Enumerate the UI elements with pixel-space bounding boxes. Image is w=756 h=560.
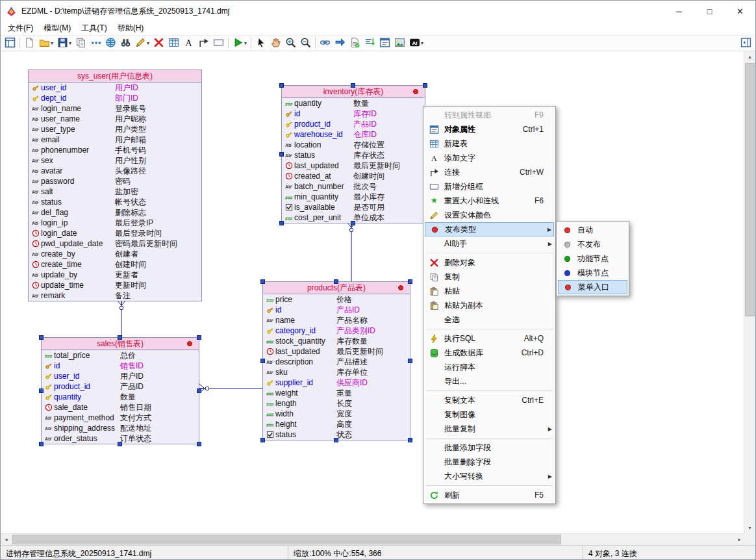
menu-item-1[interactable]: 对象属性Ctrl+1 xyxy=(425,122,554,136)
table-products[interactable]: products(产品表)###price价格id产品IDAbcname产品名称… xyxy=(262,281,410,440)
dropdown-arrow-icon[interactable]: ▾ xyxy=(147,40,149,46)
menubar-item-3[interactable]: 帮助(H) xyxy=(112,21,149,35)
field-row-user_name[interactable]: Abcuser_name用户昵称 xyxy=(29,114,201,124)
toolbar-find-button[interactable] xyxy=(118,36,133,51)
connection-sales-products[interactable] xyxy=(199,384,262,393)
toolbar-entity-color-button[interactable]: ▾ xyxy=(133,36,151,51)
field-row-shipping_address[interactable]: Abcshipping_address配送地址 xyxy=(42,423,199,433)
field-row-update_by[interactable]: Abcupdate_by更新者 xyxy=(29,270,201,280)
field-row-pwd_update_date[interactable]: pwd_update_date密码最后更新时间 xyxy=(29,238,201,249)
toolbar-export-button[interactable] xyxy=(333,36,347,51)
field-row-total_price[interactable]: ###total_price总价 xyxy=(42,350,199,361)
toolbar-copy-button[interactable] xyxy=(73,36,88,51)
field-row-quantity[interactable]: quantity数量 xyxy=(42,392,199,402)
field-row-status[interactable]: Abcstatus帐号状态 xyxy=(29,197,201,207)
menu-item-2[interactable]: 功能节点 xyxy=(558,251,627,266)
menu-item-4[interactable]: 菜单入口 xyxy=(558,280,627,294)
toolbar-model-browser-button[interactable] xyxy=(103,36,118,51)
field-row-product_id[interactable]: product_id产品ID xyxy=(282,119,425,129)
field-row-remark[interactable]: Abcremark备注 xyxy=(29,290,201,301)
selection-handle[interactable] xyxy=(39,388,44,393)
field-row-last_updated[interactable]: last_updated最后更新时间 xyxy=(282,160,425,171)
field-row-width[interactable]: ###width宽度 xyxy=(263,409,410,419)
menu-item-2[interactable]: 新建表 xyxy=(425,136,554,151)
toolbar-script-button[interactable] xyxy=(347,36,362,51)
maximize-button[interactable]: □ xyxy=(694,1,725,21)
field-row-avatar[interactable]: Abcavatar头像路径 xyxy=(29,166,201,176)
field-row-status[interactable]: Abcstatus库存状态 xyxy=(282,150,425,160)
menu-item-9[interactable]: AI助手▶ xyxy=(425,236,554,251)
field-row-dept_id[interactable]: dept_id部门ID xyxy=(29,93,201,103)
menu-item-3[interactable]: 模块节点 xyxy=(558,266,627,280)
field-row-sex[interactable]: Abcsex用户性别 xyxy=(29,155,201,166)
vertical-scroll-thumb[interactable] xyxy=(745,63,755,316)
field-row-payment_method[interactable]: Abcpayment_method支付方式 xyxy=(42,413,199,423)
minimize-button[interactable]: ─ xyxy=(664,1,694,21)
field-row-login_ip[interactable]: Abclogin_ip最后登录IP xyxy=(29,218,201,228)
selection-handle[interactable] xyxy=(197,335,201,340)
toolbar-select-cursor-button[interactable] xyxy=(253,36,268,51)
toolbar-open-file-button[interactable]: ▾ xyxy=(37,36,55,51)
field-row-category_id[interactable]: category_id产品类别ID xyxy=(263,325,410,336)
menu-item-17[interactable]: 执行SQLAlt+Q xyxy=(425,331,554,346)
menu-item-6[interactable]: 重置大小和连线F6 xyxy=(425,194,554,208)
horizontal-scroll-thumb[interactable] xyxy=(12,535,561,544)
menu-item-23[interactable]: 复制图像 xyxy=(425,407,554,422)
toolbar-save-file-button[interactable]: ▾ xyxy=(55,36,73,51)
menu-item-26[interactable]: 批量添加字段 xyxy=(425,440,554,455)
toolbar-link-view-button[interactable] xyxy=(318,36,333,51)
menu-item-15[interactable]: 全选 xyxy=(425,312,554,327)
field-row-salt[interactable]: Abcsalt盐加密 xyxy=(29,186,201,197)
menu-item-22[interactable]: 复制文本Ctrl+E xyxy=(425,393,554,407)
field-row-length[interactable]: ###length长度 xyxy=(263,398,410,409)
field-row-email[interactable]: Abcemail用户邮箱 xyxy=(29,134,201,145)
toolbar-ai-assistant-button[interactable]: AI▾ xyxy=(407,36,425,51)
field-row-login_date[interactable]: login_date最后登录时间 xyxy=(29,228,201,238)
field-row-del_flag[interactable]: Abcdel_flag删除标志 xyxy=(29,207,201,218)
menu-item-28[interactable]: 大小写转换▶ xyxy=(425,469,554,483)
selection-handle[interactable] xyxy=(351,83,355,88)
field-row-warehouse_id[interactable]: warehouse_id仓库ID xyxy=(282,129,425,140)
toolbar-batch-fields-button[interactable] xyxy=(362,36,377,51)
toolbar-run-button[interactable]: ▾ xyxy=(231,36,249,51)
field-row-description[interactable]: Abcdescription产品描述 xyxy=(263,357,410,367)
field-row-password[interactable]: Abcpassword密码 xyxy=(29,176,201,186)
menu-item-0[interactable]: 自动 xyxy=(558,223,627,237)
selection-handle[interactable] xyxy=(197,388,201,393)
menubar-item-1[interactable]: 模型(M) xyxy=(38,21,76,35)
field-row-id[interactable]: id产品ID xyxy=(263,305,410,315)
field-row-is_available[interactable]: is_available是否可用 xyxy=(282,202,425,212)
menu-item-4[interactable]: 连接Ctrl+W xyxy=(425,165,554,179)
toolbar-toggle-model-view-button[interactable] xyxy=(3,36,18,51)
toolbar-new-file-button[interactable] xyxy=(22,36,37,51)
dropdown-arrow-icon[interactable]: ▾ xyxy=(51,40,53,46)
selection-handle[interactable] xyxy=(260,279,265,284)
dropdown-arrow-icon[interactable]: ▾ xyxy=(244,40,247,46)
diagram-canvas[interactable]: sys_user(用户信息表)user_id用户IDdept_id部门IDAbc… xyxy=(1,51,745,533)
toolbar-pan-hand-button[interactable] xyxy=(268,36,283,51)
selection-handle[interactable] xyxy=(408,279,412,284)
selection-handle[interactable] xyxy=(334,279,338,284)
field-row-product_id[interactable]: product_id产品ID xyxy=(42,381,199,392)
menu-item-14[interactable]: 粘贴为副本 xyxy=(425,298,554,312)
selection-handle[interactable] xyxy=(260,359,265,363)
field-row-create_time[interactable]: create_time创建时间 xyxy=(29,259,201,270)
field-row-login_name[interactable]: Abclogin_name登录账号 xyxy=(29,103,201,114)
menu-item-12[interactable]: 复制 xyxy=(425,270,554,284)
menu-item-24[interactable]: 批量复制▶ xyxy=(425,422,554,436)
selection-handle[interactable] xyxy=(334,438,338,442)
menu-item-7[interactable]: 设置实体颜色 xyxy=(425,208,554,222)
toolbar-image-export-button[interactable] xyxy=(392,36,407,51)
selection-handle[interactable] xyxy=(279,152,284,157)
field-row-batch_number[interactable]: Abcbatch_number批次号 xyxy=(282,181,425,192)
toolbar-group-box-button[interactable] xyxy=(211,36,226,51)
menubar-item-2[interactable]: 工具(T) xyxy=(76,21,112,35)
table-title-bar[interactable]: sys_user(用户信息表) xyxy=(29,70,201,83)
menu-item-3[interactable]: A添加文字 xyxy=(425,151,554,165)
field-row-quantity[interactable]: ###quantity数量 xyxy=(282,98,425,108)
dropdown-arrow-icon[interactable]: ▾ xyxy=(69,40,71,46)
field-row-user_type[interactable]: Abcuser_type用户类型 xyxy=(29,124,201,134)
toolbar-zoom-out-button[interactable] xyxy=(298,36,313,51)
selection-handle[interactable] xyxy=(351,221,355,225)
field-row-weight[interactable]: ###weight重量 xyxy=(263,388,410,398)
